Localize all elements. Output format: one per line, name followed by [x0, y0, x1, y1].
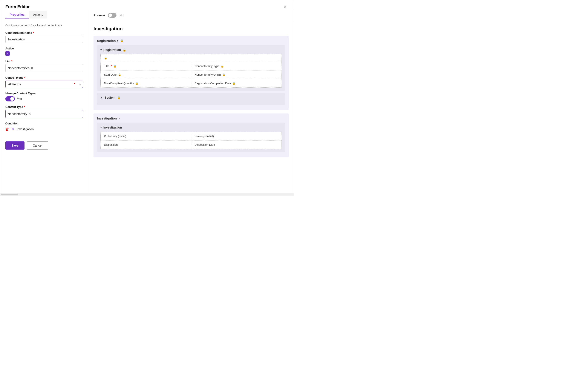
config-name-field: Configuration Name *: [5, 31, 83, 43]
list-field: List * Nonconformities ✕: [5, 60, 83, 72]
delete-icon[interactable]: 🗑: [5, 127, 9, 132]
section-investigation-outer: Investigation > ▾ Investigation Probabil…: [94, 114, 289, 157]
condition-field: Condition 🗑 ✎ Investigation: [5, 122, 83, 132]
left-panel: Properties Actions Configure your form f…: [0, 10, 88, 193]
manage-content-types-toggle[interactable]: [5, 96, 15, 102]
content-type-tag: Nonconformity ✕: [8, 112, 31, 116]
right-panel: Preview No Investigation Registration > …: [88, 10, 294, 193]
lock-icon-nc-type: 🔒: [221, 65, 224, 68]
manage-content-types-toggle-row: Yes: [5, 96, 83, 102]
control-mode-field: Control Mode * All Forms * ▾: [5, 76, 83, 88]
registration-fields-grid: 🔒 Title * 🔒 Nonconformity Type: [100, 54, 282, 88]
chevron-down-icon[interactable]: ▾: [100, 48, 102, 51]
preview-label: Preview: [94, 14, 105, 17]
field-nonconformity-type: Nonconformity Type 🔒: [191, 62, 282, 70]
preview-value: No: [120, 14, 123, 17]
preview-toggle[interactable]: [108, 13, 116, 18]
button-row: Save Cancel: [5, 142, 83, 150]
table-row: Probability (Initial) Severity (Initial): [100, 132, 282, 140]
form-preview: Investigation Registration > 🔒 ▾ Registr…: [88, 21, 294, 166]
list-required: *: [11, 60, 12, 63]
field-registration-completion-date: Registration Completion Date 🔒: [191, 79, 282, 88]
tabs: Properties Actions: [5, 10, 83, 18]
investigation-fields-grid: Probability (Initial) Severity (Initial)…: [100, 132, 282, 149]
control-mode-required: *: [24, 76, 25, 79]
lock-icon-reg-comp-date: 🔒: [232, 82, 236, 85]
chevron-up-icon[interactable]: ▲: [100, 96, 103, 99]
table-row: Non-Compliant Quantity 🔒 Registration Co…: [100, 79, 282, 88]
modal-container: Form Editor ✕ Properties Actions Configu…: [0, 0, 294, 196]
field-title: Title * 🔒: [100, 62, 191, 70]
condition-row: 🗑 ✎ Investigation: [5, 127, 83, 132]
tab-properties[interactable]: Properties: [5, 11, 29, 18]
active-checkbox-wrapper: [5, 51, 83, 56]
control-mode-select[interactable]: All Forms: [5, 80, 83, 88]
table-row: Title * 🔒 Nonconformity Type 🔒: [100, 62, 282, 70]
manage-content-types-label: Manage Content Types: [5, 92, 83, 95]
section-investigation-outer-header: Investigation >: [97, 116, 285, 120]
control-mode-select-wrapper: All Forms * ▾: [5, 80, 83, 88]
cancel-button[interactable]: Cancel: [27, 142, 48, 150]
lock-icon-nc-qty: 🔒: [135, 82, 138, 85]
field-probability-initial: Probability (Initial): [100, 132, 191, 140]
modal-title: Form Editor: [5, 4, 30, 9]
active-label: Active: [5, 47, 83, 50]
content-type-label: Content Type *: [5, 105, 83, 108]
content-type-required: *: [24, 105, 25, 108]
manage-content-types-value: Yes: [17, 97, 22, 100]
preview-bar: Preview No: [88, 10, 294, 21]
content-type-field: Content Type * Nonconformity ✕: [5, 105, 83, 118]
lock-icon-start-date: 🔒: [118, 73, 121, 76]
content-type-tag-close[interactable]: ✕: [28, 112, 31, 116]
section-registration-inner: ▾ Registration 🔒 🔒 Title *: [97, 45, 285, 91]
section-investigation-inner: ▾ Investigation Probability (Initial) Se…: [97, 123, 285, 152]
close-button[interactable]: ✕: [282, 4, 289, 10]
active-checkbox[interactable]: [5, 51, 10, 56]
bottom-scrollbar-thumb[interactable]: [1, 194, 18, 195]
section-registration-inner-header: ▾ Registration 🔒: [100, 48, 282, 52]
tab-actions[interactable]: Actions: [29, 11, 47, 18]
condition-label: Condition: [5, 122, 83, 125]
title-required: *: [111, 64, 112, 68]
list-tag-input[interactable]: Nonconformities ✕: [5, 64, 83, 72]
subtitle: Configure your form for a list and conte…: [5, 24, 83, 27]
form-preview-title: Investigation: [94, 26, 289, 32]
chevron-down-inv-icon[interactable]: ▾: [100, 126, 102, 129]
lock-icon: 🔒: [120, 39, 124, 42]
lock-only-row: 🔒: [100, 54, 282, 62]
field-nonconformity-origin: Nonconformity Origin 🔒: [191, 70, 282, 79]
lock-icon-title: 🔒: [113, 65, 116, 68]
table-row: Start Date 🔒 Nonconformity Origin 🔒: [100, 70, 282, 79]
control-mode-required-dot: *: [74, 82, 75, 86]
lock-icon-nc-origin: 🔒: [222, 73, 226, 76]
config-name-required: *: [33, 31, 34, 34]
modal-header: Form Editor ✕: [0, 0, 294, 10]
list-label: List *: [5, 60, 83, 63]
bottom-scrollbar[interactable]: [0, 193, 294, 196]
list-tag-close[interactable]: ✕: [31, 66, 33, 70]
lock-icon-system: 🔒: [117, 96, 120, 99]
config-name-label: Configuration Name *: [5, 31, 83, 34]
section-registration-outer: Registration > 🔒 ▾ Registration 🔒 🔒: [94, 36, 289, 110]
manage-content-types-field: Manage Content Types Yes: [5, 92, 83, 102]
config-name-input[interactable]: [5, 36, 83, 43]
field-severity-initial: Severity (Initial): [191, 132, 282, 140]
section-investigation-inner-header: ▾ Investigation: [100, 126, 282, 129]
section-system-inner: ▲ System 🔒: [97, 93, 285, 105]
section-registration-outer-header: Registration > 🔒: [97, 39, 285, 42]
field-disposition: Disposition: [100, 140, 191, 149]
save-button[interactable]: Save: [5, 142, 24, 150]
active-field: Active: [5, 47, 83, 56]
control-mode-label: Control Mode *: [5, 76, 83, 79]
condition-value: Investigation: [17, 128, 34, 131]
lock-icon-row: 🔒: [104, 56, 107, 60]
edit-icon[interactable]: ✎: [12, 127, 14, 132]
section-system-inner-header: ▲ System 🔒: [100, 96, 282, 99]
list-tag: Nonconformities ✕: [8, 66, 33, 70]
table-row: Disposition Disposition Date: [100, 140, 282, 149]
field-start-date: Start Date 🔒: [100, 70, 191, 79]
content-type-input[interactable]: Nonconformity ✕: [5, 110, 83, 118]
lock-icon-registration: 🔒: [123, 48, 126, 52]
field-non-compliant-qty: Non-Compliant Quantity 🔒: [100, 79, 191, 88]
field-disposition-date: Disposition Date: [191, 140, 282, 149]
